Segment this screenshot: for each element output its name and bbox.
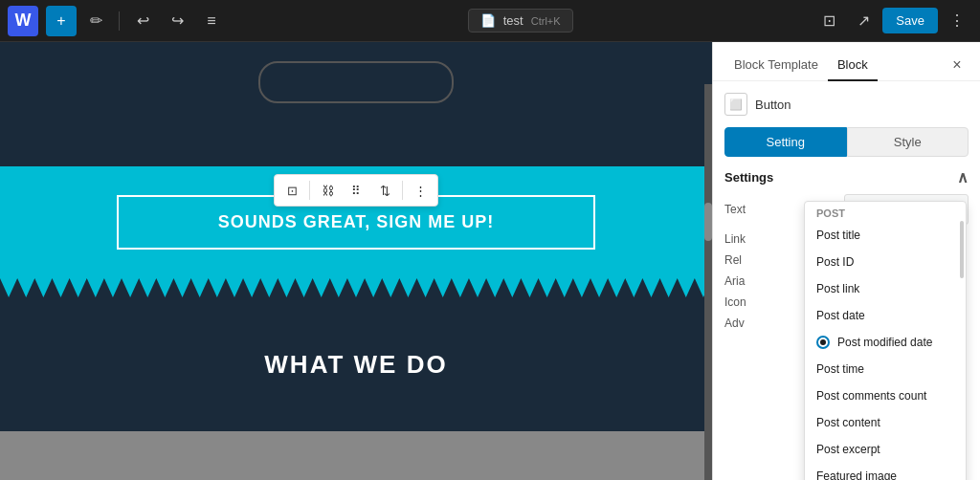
dropdown-item-post-link[interactable]: Post link: [805, 275, 966, 302]
icon-field-label: Icon: [724, 295, 746, 309]
panel-header: Block Template Block ×: [713, 42, 980, 81]
canvas-inner: ⊡ ⛓ ⠿ ⇅ ⋮: [0, 42, 712, 480]
block-toolbar: ⊡ ⛓ ⠿ ⇅ ⋮: [274, 174, 438, 207]
dropdown-item-featured-image[interactable]: Featured image: [805, 463, 966, 480]
block-label-row: ⬜ Button: [724, 93, 969, 116]
wp-logo[interactable]: W: [8, 6, 38, 36]
shortcut-hint: Ctrl+K: [531, 15, 561, 27]
move-icon: ⇅: [380, 184, 390, 198]
block-toolbar-transform-button[interactable]: ⊡: [278, 177, 305, 204]
dropdown-section-post: POST: [805, 202, 966, 222]
text-field-label: Text: [724, 203, 746, 216]
page-section-bottom: WHAT WE DO: [0, 278, 712, 431]
svg-marker-0: [0, 278, 712, 297]
block-toolbar-link-button[interactable]: ⛓: [314, 177, 341, 204]
toolbar-center: 📄 test Ctrl+K: [231, 9, 810, 33]
adv-field-label: Adv: [724, 316, 745, 330]
main-area: ⊡ ⛓ ⠿ ⇅ ⋮: [0, 42, 980, 480]
subtab-setting[interactable]: Setting: [724, 127, 847, 157]
tab-block[interactable]: Block: [828, 50, 878, 81]
panel-close-button[interactable]: ×: [946, 54, 969, 76]
dropdown-item-post-time[interactable]: Post time: [805, 356, 966, 382]
subtab-style[interactable]: Style: [847, 127, 969, 157]
link-field-label: Link: [724, 232, 746, 246]
view-button[interactable]: ⊡: [813, 6, 844, 36]
undo-icon: ↩: [137, 11, 149, 30]
aria-field-label: Aria: [724, 274, 745, 288]
page-section-top: [0, 42, 712, 166]
pencil-icon: ✏: [90, 11, 102, 30]
dropdown-scrollbar[interactable]: [960, 202, 964, 480]
canvas-scrollbar-thumb[interactable]: [704, 203, 712, 241]
share-icon: ↗: [858, 11, 870, 30]
toolbar-divider-1: [119, 11, 120, 31]
share-button[interactable]: ↗: [848, 6, 879, 36]
pencil-tool-button[interactable]: ✏: [80, 6, 111, 36]
file-icon: 📄: [480, 13, 496, 28]
redo-button[interactable]: ↪: [162, 6, 192, 36]
toolbar-sep-1: [309, 181, 310, 200]
dropdown-item-post-date[interactable]: Post date: [805, 302, 966, 329]
undo-button[interactable]: ↩: [127, 6, 158, 36]
block-toolbar-drag-button[interactable]: ⠿: [343, 177, 369, 204]
dropdown-item-post-id[interactable]: Post ID: [805, 249, 966, 275]
dropdown-item-post-title[interactable]: Post title: [805, 222, 966, 249]
dropdown-item-post-modified-date[interactable]: Post modified date: [805, 329, 966, 356]
dropdown-item-post-content[interactable]: Post content: [805, 409, 966, 436]
redo-icon: ↪: [171, 11, 184, 30]
toolbar-sep-2: [402, 181, 403, 200]
more-options-button[interactable]: ⋮: [942, 6, 972, 36]
dropdown-menu: POST Post title Post ID Post link Post d…: [804, 201, 967, 480]
menu-button[interactable]: ≡: [196, 6, 227, 36]
page-section-cyan: ⊡ ⛓ ⠿ ⇅ ⋮: [0, 166, 712, 278]
more-icon: ⋮: [414, 184, 427, 198]
dropdown-scrollbar-thumb[interactable]: [960, 221, 964, 278]
block-toolbar-move-button[interactable]: ⇅: [371, 177, 398, 204]
dropdown-item-post-comments-count[interactable]: Post comments count: [805, 382, 966, 409]
add-block-button[interactable]: +: [46, 6, 77, 36]
collapse-icon[interactable]: ∧: [957, 168, 969, 186]
block-toolbar-more-button[interactable]: ⋮: [407, 177, 434, 204]
menu-icon: ≡: [207, 12, 215, 30]
what-we-do-heading: WHAT WE DO: [0, 297, 712, 431]
more-icon: ⋮: [949, 11, 965, 30]
block-icon: ⬜: [724, 93, 747, 116]
settings-section-title: Settings ∧: [724, 168, 969, 186]
save-button[interactable]: Save: [882, 8, 938, 33]
file-info[interactable]: 📄 test Ctrl+K: [468, 9, 573, 33]
drag-icon: ⠿: [351, 184, 361, 198]
panel-sub-tabs: Setting Style: [724, 127, 969, 157]
toolbar-right: ⊡ ↗ Save ⋮: [813, 6, 972, 36]
link-icon: ⛓: [322, 184, 334, 198]
rel-field-label: Rel: [724, 253, 742, 267]
zigzag-decoration: [0, 278, 712, 297]
radio-post-modified-date[interactable]: [816, 336, 830, 349]
transform-icon: ⊡: [287, 184, 298, 198]
tab-block-template[interactable]: Block Template: [724, 50, 828, 81]
canvas[interactable]: ⊡ ⛓ ⠿ ⇅ ⋮: [0, 42, 712, 480]
dropdown-item-post-excerpt[interactable]: Post excerpt: [805, 436, 966, 463]
main-toolbar: W + ✏ ↩ ↪ ≡ 📄 test Ctrl+K ⊡ ↗ Save ⋮: [0, 0, 980, 42]
canvas-scrollbar[interactable]: [704, 84, 712, 480]
view-icon: ⊡: [823, 11, 835, 30]
file-name: test: [503, 13, 523, 28]
block-type-label: Button: [755, 98, 791, 112]
